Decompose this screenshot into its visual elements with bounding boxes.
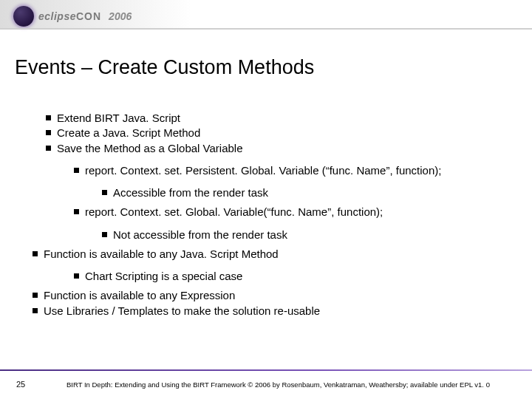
bullet-l3: Accessible from the render task — [15, 185, 517, 200]
globe-icon — [13, 6, 34, 27]
bullet-text: Not accessible from the render task — [113, 228, 287, 242]
bullet-text: report. Context. set. Persistent. Global… — [85, 163, 441, 178]
bullet-l1: Create a Java. Script Method — [15, 126, 517, 140]
square-bullet-icon — [102, 232, 107, 237]
logo-brand: eclipse — [38, 10, 76, 22]
bullet-l1: Function is available to any Java. Scrip… — [15, 247, 517, 262]
bullet-l1: Function is available to any Expression — [15, 288, 517, 303]
header-divider — [0, 28, 532, 30]
bullet-text: Chart Scripting is a special case — [85, 269, 242, 284]
bullet-text: Extend BIRT Java. Script — [57, 111, 180, 126]
bullet-l2: Chart Scripting is a special case — [15, 269, 517, 284]
slide-header: eclipse CON 2006 — [0, 0, 532, 33]
bullet-text: Function is available to any Java. Scrip… — [44, 247, 279, 262]
square-bullet-icon — [74, 168, 79, 173]
square-bullet-icon — [33, 251, 38, 256]
bullet-l1: Extend BIRT Java. Script — [15, 111, 517, 126]
slide-title: Events – Create Custom Methods — [15, 56, 314, 79]
bullet-l2: report. Context. set. Persistent. Global… — [15, 163, 517, 178]
bullet-l1: Use Libraries / Templates to make the so… — [15, 304, 517, 318]
square-bullet-icon — [46, 146, 51, 151]
footer-attribution: BIRT In Depth: Extending and Using the B… — [66, 381, 517, 389]
bullet-l2: report. Context. set. Global. Variable(“… — [15, 205, 517, 219]
square-bullet-icon — [33, 308, 38, 313]
square-bullet-icon — [102, 190, 107, 195]
square-bullet-icon — [33, 293, 38, 298]
square-bullet-icon — [46, 130, 51, 135]
slide-body: Extend BIRT Java. Script Create a Java. … — [15, 111, 517, 318]
bullet-l1: Save the Method as a Global Variable — [15, 141, 517, 156]
footer-divider — [0, 369, 532, 371]
logo-year: 2006 — [109, 10, 132, 22]
bullet-text: report. Context. set. Global. Variable(“… — [85, 205, 383, 219]
bullet-text: Create a Java. Script Method — [57, 126, 200, 140]
bullet-text: Function is available to any Expression — [44, 288, 235, 303]
bullet-text: Accessible from the render task — [113, 185, 268, 200]
bullet-text: Use Libraries / Templates to make the so… — [44, 304, 320, 318]
square-bullet-icon — [74, 273, 79, 279]
square-bullet-icon — [46, 115, 51, 120]
bullet-text: Save the Method as a Global Variable — [57, 141, 243, 156]
logo-con: CON — [76, 10, 101, 22]
bullet-l3: Not accessible from the render task — [15, 228, 517, 242]
square-bullet-icon — [74, 209, 79, 214]
page-number: 25 — [16, 380, 25, 389]
eclipsecon-logo: eclipse CON 2006 — [13, 6, 132, 27]
